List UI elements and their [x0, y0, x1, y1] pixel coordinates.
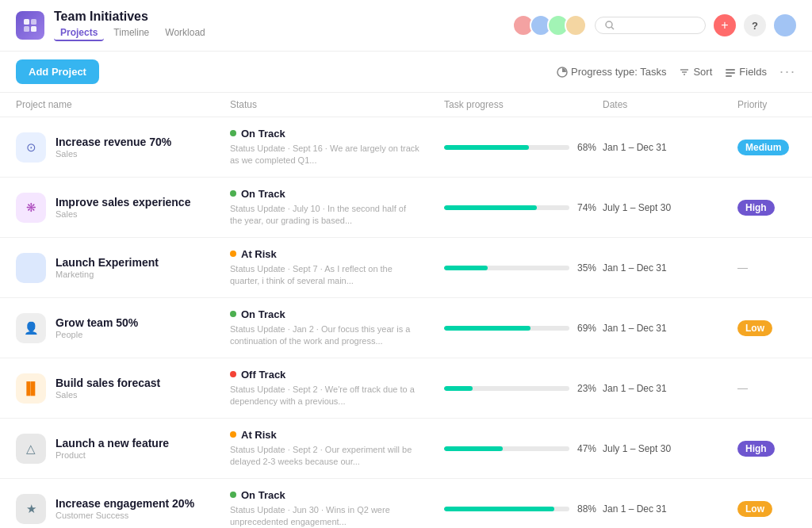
- project-title: Improve sales experience: [56, 196, 190, 209]
- project-info: Grow team 50% People: [56, 316, 138, 339]
- fields-control[interactable]: Fields: [725, 66, 767, 78]
- status-cell: On Track Status Update · Sept 16 · We ar…: [230, 118, 444, 177]
- dates-cell: Jan 1 – Dec 31: [603, 142, 737, 153]
- status-dot: [230, 190, 236, 197]
- project-icon: [16, 253, 46, 283]
- more-options[interactable]: ···: [779, 63, 796, 80]
- project-subtitle: Sales: [56, 209, 190, 219]
- project-info: Increase revenue 70% Sales: [56, 136, 171, 159]
- search-icon: [605, 21, 615, 30]
- progress-bar: [444, 446, 569, 451]
- progress-type-icon: [557, 67, 568, 78]
- search-box[interactable]: [595, 17, 706, 34]
- project-name-cell: ★ Increase engagement 20% Customer Succe…: [16, 484, 230, 529]
- status-update: Status Update · Jun 30 · Wins in Q2 were…: [230, 504, 420, 528]
- progress-percent: 68%: [577, 142, 603, 153]
- project-info: Launch Experiment Marketing: [56, 256, 159, 279]
- svg-rect-3: [31, 26, 36, 32]
- tab-workload[interactable]: Workload: [159, 25, 211, 41]
- priority-cell: Medium: [737, 140, 812, 155]
- progress-fill: [444, 266, 488, 270]
- status-badge: At Risk: [230, 248, 444, 260]
- svg-rect-12: [726, 75, 732, 77]
- progress-percent: 69%: [577, 323, 603, 334]
- status-label: At Risk: [241, 429, 277, 441]
- toolbar-right: Progress type: Tasks Sort Fields ···: [557, 63, 796, 80]
- progress-cell: 23%: [444, 383, 603, 394]
- progress-fill: [444, 326, 530, 331]
- tab-projects[interactable]: Projects: [54, 25, 104, 41]
- status-cell: At Risk Status Update · Sept 7 · As I re…: [230, 239, 444, 297]
- project-icon: ★: [16, 494, 46, 524]
- progress-cell: 88%: [444, 503, 603, 515]
- app-title-group: Team Initiatives Projects Timeline Workl…: [54, 10, 212, 41]
- svg-rect-1: [31, 19, 36, 25]
- table-row[interactable]: 👤 Grow team 50% People On Track Status U…: [0, 298, 812, 358]
- status-cell: At Risk Status Update · Sept 2 · Our exp…: [230, 419, 444, 478]
- add-project-button[interactable]: Add Project: [16, 59, 99, 84]
- progress-bar: [444, 326, 569, 331]
- project-title: Increase engagement 20%: [56, 497, 194, 510]
- project-name-cell: ⊙ Increase revenue 70% Sales: [16, 123, 230, 172]
- status-dot: [230, 311, 236, 317]
- svg-line-5: [611, 27, 614, 29]
- project-name-cell: △ Launch a new feature Product: [16, 424, 230, 473]
- progress-type-control[interactable]: Progress type: Tasks: [557, 66, 666, 78]
- status-badge: On Track: [230, 489, 444, 501]
- project-icon: ▐▌: [16, 373, 46, 404]
- priority-none: —: [737, 382, 748, 394]
- progress-bar: [444, 386, 569, 391]
- dates-cell: Jan 1 – Dec 31: [603, 323, 737, 334]
- fields-icon: [725, 67, 736, 78]
- project-subtitle: Sales: [56, 149, 171, 159]
- priority-cell: —: [737, 382, 812, 394]
- table-row[interactable]: △ Launch a new feature Product At Risk S…: [0, 419, 812, 479]
- status-cell: On Track Status Update · July 10 · In th…: [230, 178, 444, 237]
- progress-cell: 47%: [444, 443, 603, 454]
- table-row[interactable]: ❋ Improve sales experience Sales On Trac…: [0, 178, 812, 238]
- progress-cell: 68%: [444, 142, 603, 153]
- table-row[interactable]: ★ Increase engagement 20% Customer Succe…: [0, 479, 812, 528]
- project-name-cell: ❋ Improve sales experience Sales: [16, 183, 230, 232]
- status-cell: On Track Status Update · Jan 2 · Our foc…: [230, 299, 444, 358]
- priority-badge: Low: [737, 501, 772, 517]
- project-subtitle: People: [56, 330, 138, 339]
- project-subtitle: Marketing: [56, 270, 159, 279]
- status-label: On Track: [241, 489, 285, 501]
- project-icon: 👤: [16, 313, 46, 343]
- priority-cell: Low: [737, 501, 812, 517]
- add-button[interactable]: +: [714, 14, 736, 36]
- table-header: Project name Status Task progress Dates …: [0, 93, 812, 117]
- status-badge: On Track: [230, 308, 444, 320]
- status-update: Status Update · Sept 7 · As I reflect on…: [230, 263, 420, 288]
- progress-bar: [444, 145, 569, 150]
- tab-timeline[interactable]: Timeline: [107, 25, 155, 41]
- status-dot: [230, 130, 236, 136]
- sort-control[interactable]: Sort: [679, 66, 712, 78]
- app-title: Team Initiatives: [54, 10, 212, 24]
- table-row[interactable]: ⊙ Increase revenue 70% Sales On Track St…: [0, 117, 812, 178]
- col-task-progress: Task progress: [444, 99, 603, 110]
- progress-bar: [444, 507, 569, 511]
- table-row[interactable]: ▐▌ Build sales forecast Sales Off Track …: [0, 358, 812, 419]
- project-subtitle: Product: [56, 450, 169, 460]
- project-icon: ⊙: [16, 132, 46, 163]
- app-header: Team Initiatives Projects Timeline Workl…: [0, 0, 812, 52]
- project-title: Launch a new feature: [56, 437, 169, 450]
- priority-badge: High: [737, 441, 775, 457]
- status-label: At Risk: [241, 248, 277, 260]
- status-badge: At Risk: [230, 429, 444, 441]
- progress-type-label: Progress type: Tasks: [571, 66, 666, 78]
- toolbar: Add Project Progress type: Tasks Sort Fi: [0, 52, 812, 93]
- progress-percent: 35%: [577, 262, 603, 274]
- status-update: Status Update · Sept 2 · Our experiment …: [230, 444, 420, 469]
- svg-point-4: [606, 21, 612, 28]
- avatar: [565, 14, 587, 36]
- progress-fill: [444, 205, 537, 210]
- user-avatar[interactable]: [774, 14, 796, 36]
- project-icon: △: [16, 434, 46, 464]
- table-row[interactable]: Launch Experiment Marketing At Risk Stat…: [0, 238, 812, 298]
- help-button[interactable]: ?: [744, 14, 766, 36]
- status-badge: On Track: [230, 188, 444, 200]
- priority-badge: High: [737, 200, 775, 216]
